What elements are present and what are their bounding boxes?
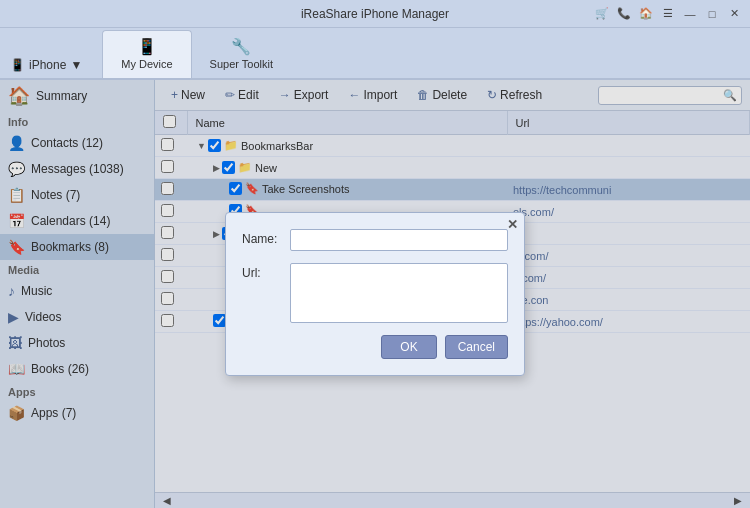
main-area: 🏠 Summary Info 👤 Contacts (12) 💬 Message… bbox=[0, 80, 750, 508]
modal-name-input[interactable] bbox=[290, 229, 508, 251]
modal-name-row: Name: bbox=[242, 229, 508, 251]
modal-name-label: Name: bbox=[242, 229, 282, 246]
modal-close-button[interactable]: ✕ bbox=[507, 217, 518, 232]
my-device-icon: 📱 bbox=[137, 37, 157, 56]
modal-url-label: Url: bbox=[242, 263, 282, 280]
modal-cancel-button[interactable]: Cancel bbox=[445, 335, 508, 359]
maximize-button[interactable]: □ bbox=[704, 6, 720, 22]
home-icon[interactable]: 🏠 bbox=[638, 6, 654, 22]
super-toolkit-icon: 🔧 bbox=[231, 37, 251, 56]
modal-buttons: OK Cancel bbox=[242, 335, 508, 359]
modal-ok-button[interactable]: OK bbox=[381, 335, 436, 359]
window-controls: 🛒 📞 🏠 ☰ — □ ✕ bbox=[594, 6, 742, 22]
app-title: iReaShare iPhone Manager bbox=[301, 7, 449, 21]
cart-icon[interactable]: 🛒 bbox=[594, 6, 610, 22]
device-label[interactable]: 📱 iPhone ▼ bbox=[10, 58, 82, 78]
iphone-icon: 📱 bbox=[10, 58, 25, 72]
tab-my-device-label: My Device bbox=[121, 58, 172, 70]
tab-super-toolkit[interactable]: 🔧 Super Toolkit bbox=[192, 31, 291, 78]
close-button[interactable]: ✕ bbox=[726, 6, 742, 22]
modal-dialog: ✕ Name: Url: OK Cancel bbox=[225, 212, 525, 376]
modal-url-row: Url: bbox=[242, 263, 508, 323]
device-name: iPhone bbox=[29, 58, 66, 72]
minimize-button[interactable]: — bbox=[682, 6, 698, 22]
nav-tabs: 📱 My Device 🔧 Super Toolkit bbox=[102, 28, 291, 78]
device-dropdown-icon[interactable]: ▼ bbox=[70, 58, 82, 72]
modal-url-input[interactable] bbox=[290, 263, 508, 323]
tab-super-toolkit-label: Super Toolkit bbox=[210, 58, 273, 70]
tab-my-device[interactable]: 📱 My Device bbox=[102, 30, 191, 78]
device-bar: 📱 iPhone ▼ 📱 My Device 🔧 Super Toolkit bbox=[0, 28, 750, 80]
title-bar: iReaShare iPhone Manager 🛒 📞 🏠 ☰ — □ ✕ bbox=[0, 0, 750, 28]
phone-icon[interactable]: 📞 bbox=[616, 6, 632, 22]
modal-overlay: ✕ Name: Url: OK Cancel bbox=[0, 80, 750, 508]
menu-icon[interactable]: ☰ bbox=[660, 6, 676, 22]
